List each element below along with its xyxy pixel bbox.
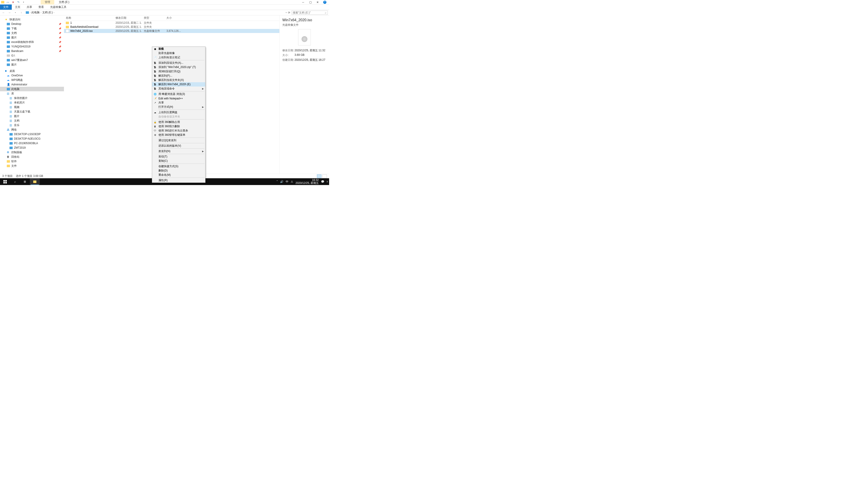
context-menu-item[interactable]: 还原以前的版本(V) — [152, 144, 205, 148]
context-menu-item[interactable]: 🗜添加到 "Win7x64_2020.zip" (T) — [152, 65, 205, 69]
network-icon[interactable]: ⚠ — [291, 180, 293, 183]
tree-qa-item[interactable]: 下载📌 — [0, 26, 64, 31]
context-menu-item[interactable]: 🗜解压到(F)... — [152, 74, 205, 78]
context-menu-item[interactable]: 🗜解压到当前文件夹(X) — [152, 78, 205, 82]
context-menu-item[interactable]: 🗜用360压缩打开(Q) — [152, 69, 205, 74]
address-dropdown-icon[interactable]: ▾ — [286, 11, 287, 13]
tree-lib-item[interactable]: ▥文档 — [0, 119, 64, 123]
context-menu-item[interactable]: 复制(C) — [152, 159, 205, 163]
context-menu-item[interactable]: 🛡使用 360进行木马云查杀 — [152, 129, 205, 133]
col-date[interactable]: 修改日期 — [114, 16, 142, 20]
help-button[interactable]: ? — [323, 1, 327, 4]
tree-desktop-item[interactable]: 此电脑 — [0, 87, 64, 91]
ribbon-tab-home[interactable]: 主页 — [12, 4, 24, 10]
context-menu-item[interactable]: 剪切(T) — [152, 155, 205, 159]
tree-qa-item[interactable]: win7重装win7 — [0, 58, 64, 62]
qat-save-icon[interactable]: ✕ — [11, 0, 15, 4]
tree-recycle[interactable]: 🗑回收站 — [0, 155, 64, 159]
search-icon[interactable]: ⌕ — [325, 11, 327, 14]
col-type[interactable]: 类型 — [142, 16, 164, 20]
context-menu-item[interactable]: 🗜其他压缩命令▶ — [152, 87, 205, 91]
col-name[interactable]: 名称 — [64, 16, 114, 20]
tree-desktop-item[interactable]: ☁WPS网盘 — [0, 78, 64, 82]
refresh-button[interactable]: ⟳ — [288, 11, 290, 14]
tree-qa-item[interactable]: 图片📌 — [0, 35, 64, 40]
minimize-button[interactable]: ─ — [302, 1, 305, 4]
tree-qa-item[interactable]: YUNQISHI2019📌 — [0, 44, 64, 49]
tree-qa-item[interactable]: 文档📌 — [0, 31, 64, 35]
context-menu-item[interactable]: ☁上传到百度网盘 — [152, 110, 205, 115]
tree-desktop-item[interactable]: ☁OneDrive — [0, 73, 64, 78]
tree-network-item[interactable]: DESKTOP-NJEU3CG — [0, 136, 64, 141]
tree-desktop[interactable]: ■桌面 — [0, 69, 64, 73]
context-menu-item[interactable]: 🗜解压到 Win7x64_2020\ (E) — [152, 82, 205, 87]
ribbon-tab-view[interactable]: 查看 — [35, 4, 47, 10]
context-menu-item[interactable]: ⚙使用 360管理右键菜单 — [152, 133, 205, 137]
context-menu-item[interactable]: ◉装载 — [152, 47, 205, 51]
qat-undo-icon[interactable]: ↷ — [17, 0, 20, 4]
context-menu-item[interactable]: 删除(D) — [152, 168, 205, 173]
context-menu-item[interactable]: 🔓使用 360解除占用 — [152, 120, 205, 124]
tree-software[interactable]: 软件 — [0, 159, 64, 164]
ime-indicator[interactable]: 中 — [286, 180, 288, 184]
tree-network-item[interactable]: PC-20190530OBLA — [0, 141, 64, 145]
view-icons-button[interactable] — [322, 174, 327, 178]
tree-network-item[interactable]: DESKTOP-LSSOEDP — [0, 132, 64, 136]
tree-network[interactable]: 🖧网络 — [0, 127, 64, 132]
tree-lib-item[interactable]: ▥本机照片 — [0, 100, 64, 105]
qat-dropdown-icon[interactable]: ▾ — [22, 0, 25, 4]
qat-prop-icon[interactable]: ▭ — [6, 0, 9, 4]
tree-lib-item[interactable]: ▥音乐 — [0, 123, 64, 127]
context-menu-item[interactable]: 🌐用 蜂蜜浏览器 浏览(3) — [152, 92, 205, 96]
search-input[interactable] — [291, 11, 328, 15]
col-size[interactable]: 大小 — [164, 16, 183, 20]
start-button[interactable] — [0, 178, 10, 185]
tree-control-panel[interactable]: ⚙控制面板 — [0, 150, 64, 155]
tree-qa-item[interactable]: Bandicam📌 — [0, 49, 64, 53]
file-row[interactable]: Win7x64_2020.iso2020/12/25, 星期五 1...光盘映像… — [64, 29, 279, 33]
action-center-icon[interactable]: 💬 — [321, 180, 324, 183]
tree-files[interactable]: 文件 — [0, 164, 64, 168]
tree-qa-item[interactable]: 图片 — [0, 62, 64, 67]
close-button[interactable]: ✕ — [316, 1, 319, 4]
maximize-button[interactable]: ▢ — [309, 1, 312, 4]
breadcrumb-segment[interactable]: 此电脑 — [31, 11, 39, 14]
tree-lib-item[interactable]: ▥天翼云盘下载 — [0, 109, 64, 114]
context-menu-item[interactable]: 刻录光盘映像 — [152, 51, 205, 55]
volume-icon[interactable]: 🔊 — [280, 180, 283, 183]
tree-desktop-item[interactable]: ▥库 — [0, 91, 64, 96]
tree-lib-item[interactable]: ▥视频 — [0, 105, 64, 109]
ribbon-tab-share[interactable]: 共享 — [24, 4, 35, 10]
context-menu-item[interactable]: 📝Edit with Notepad++ — [152, 96, 205, 101]
tree-quick-access[interactable]: ★快速访问 — [0, 17, 64, 22]
search-button[interactable]: ⌕ — [10, 178, 20, 185]
context-menu-item[interactable]: 属性(R) — [152, 178, 205, 183]
context-menu-item[interactable]: 📄上传到有道云笔记 — [152, 55, 205, 60]
ribbon-tab-iso-tools[interactable]: 光盘映像工具 — [47, 4, 70, 10]
tree-lib-item[interactable]: ▥图片 — [0, 114, 64, 119]
file-row[interactable]: BaiduNetdiskDownload2020/12/25, 星期五 1...… — [64, 25, 279, 29]
context-menu-item[interactable]: 🗜添加到压缩文件(A)... — [152, 61, 205, 65]
context-menu-item[interactable]: 发送到(N)▶ — [152, 149, 205, 153]
context-menu-item[interactable]: 打开方式(H)▶ — [152, 105, 205, 109]
tree-qa-item[interactable]: Desktop📌 — [0, 22, 64, 26]
context-menu-item[interactable]: 通过QQ发送到 — [152, 138, 205, 142]
context-menu-item[interactable]: 创建快捷方式(S) — [152, 164, 205, 168]
nav-forward-button[interactable]: → — [7, 11, 12, 14]
tray-expand-icon[interactable]: ˄ — [276, 180, 278, 183]
view-details-button[interactable] — [317, 174, 321, 178]
nav-recent-dropdown[interactable]: ▾ — [13, 11, 18, 13]
nav-back-button[interactable]: ← — [1, 11, 6, 14]
tree-lib-item[interactable]: ▥保存的图片 — [0, 96, 64, 100]
ribbon-tab-file[interactable]: 文件 — [0, 4, 12, 10]
taskview-button[interactable]: ⊞ — [20, 178, 30, 185]
file-row[interactable]: 12020/12/15, 星期二 1...文件夹 — [64, 21, 279, 25]
taskbar-clock[interactable]: 16:32 2020/12/25, 星期五 — [296, 179, 319, 185]
breadcrumb-segment[interactable]: 文档 (E:) — [42, 11, 53, 14]
context-menu-item[interactable]: 🗑使用 360强力删除 — [152, 124, 205, 129]
tree-qa-item[interactable]: excel表格制作求和📌 — [0, 40, 64, 44]
breadcrumb-bar[interactable]: › 此电脑 › 文档 (E:) › — [25, 11, 284, 14]
tree-qa-item[interactable]: G:\ — [0, 53, 64, 58]
tree-desktop-item[interactable]: 👤Administrator — [0, 82, 64, 87]
context-menu-item[interactable]: 重命名(M) — [152, 173, 205, 177]
